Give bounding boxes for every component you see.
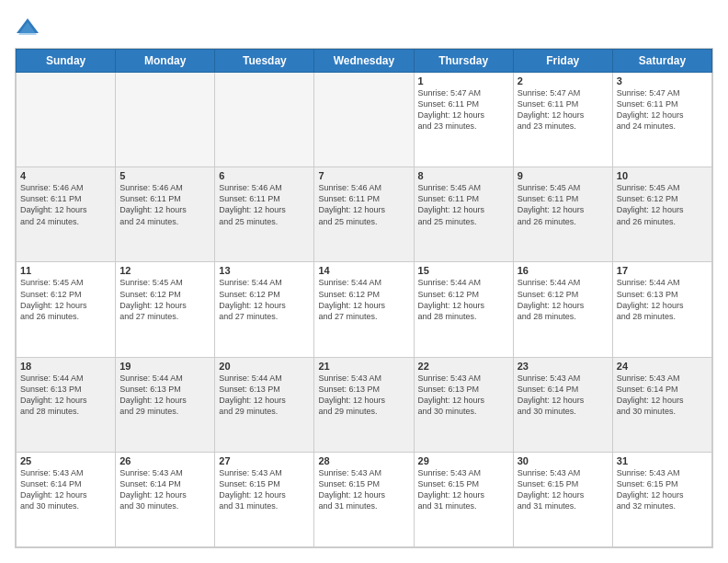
day-number: 6 xyxy=(219,170,310,181)
day-number: 29 xyxy=(418,455,509,466)
day-number: 15 xyxy=(418,265,509,276)
day-info: Sunrise: 5:43 AM Sunset: 6:13 PM Dayligh… xyxy=(418,373,509,418)
day-cell: 14Sunrise: 5:44 AM Sunset: 6:12 PM Dayli… xyxy=(314,262,414,357)
day-cell: 2Sunrise: 5:47 AM Sunset: 6:11 PM Daylig… xyxy=(513,73,612,167)
calendar-week-3: 11Sunrise: 5:45 AM Sunset: 6:12 PM Dayli… xyxy=(17,262,712,357)
calendar-week-2: 4Sunrise: 5:46 AM Sunset: 6:11 PM Daylig… xyxy=(17,167,712,262)
day-number: 22 xyxy=(418,361,509,372)
day-cell: 27Sunrise: 5:43 AM Sunset: 6:15 PM Dayli… xyxy=(215,452,314,546)
day-info: Sunrise: 5:43 AM Sunset: 6:14 PM Dayligh… xyxy=(518,373,609,418)
day-info: Sunrise: 5:45 AM Sunset: 6:12 PM Dayligh… xyxy=(119,277,210,322)
day-number: 2 xyxy=(518,75,609,86)
day-number: 21 xyxy=(318,361,409,372)
day-header-sunday: Sunday xyxy=(17,50,116,73)
day-info: Sunrise: 5:43 AM Sunset: 6:15 PM Dayligh… xyxy=(617,467,708,512)
day-info: Sunrise: 5:46 AM Sunset: 6:11 PM Dayligh… xyxy=(318,182,409,227)
day-cell: 10Sunrise: 5:45 AM Sunset: 6:12 PM Dayli… xyxy=(612,167,711,262)
day-info: Sunrise: 5:43 AM Sunset: 6:14 PM Dayligh… xyxy=(119,467,210,512)
day-cell: 1Sunrise: 5:47 AM Sunset: 6:11 PM Daylig… xyxy=(414,73,513,167)
day-cell: 20Sunrise: 5:44 AM Sunset: 6:13 PM Dayli… xyxy=(215,357,314,452)
day-info: Sunrise: 5:45 AM Sunset: 6:11 PM Dayligh… xyxy=(518,182,609,227)
day-info: Sunrise: 5:44 AM Sunset: 6:13 PM Dayligh… xyxy=(617,277,708,322)
day-info: Sunrise: 5:44 AM Sunset: 6:12 PM Dayligh… xyxy=(418,277,509,322)
day-cell xyxy=(215,73,314,167)
day-header-saturday: Saturday xyxy=(612,50,711,73)
day-info: Sunrise: 5:46 AM Sunset: 6:11 PM Dayligh… xyxy=(20,182,111,227)
day-number: 27 xyxy=(219,455,310,466)
day-number: 25 xyxy=(20,455,111,466)
day-number: 8 xyxy=(418,170,509,181)
day-info: Sunrise: 5:47 AM Sunset: 6:11 PM Dayligh… xyxy=(418,87,509,132)
day-cell: 15Sunrise: 5:44 AM Sunset: 6:12 PM Dayli… xyxy=(414,262,513,357)
day-header-tuesday: Tuesday xyxy=(215,50,314,73)
day-cell: 6Sunrise: 5:46 AM Sunset: 6:11 PM Daylig… xyxy=(215,167,314,262)
day-number: 26 xyxy=(119,455,210,466)
day-info: Sunrise: 5:43 AM Sunset: 6:15 PM Dayligh… xyxy=(219,467,310,512)
calendar-week-5: 25Sunrise: 5:43 AM Sunset: 6:14 PM Dayli… xyxy=(17,452,712,546)
day-cell: 19Sunrise: 5:44 AM Sunset: 6:13 PM Dayli… xyxy=(116,357,215,452)
day-cell: 5Sunrise: 5:46 AM Sunset: 6:11 PM Daylig… xyxy=(116,167,215,262)
day-cell: 3Sunrise: 5:47 AM Sunset: 6:11 PM Daylig… xyxy=(612,73,711,167)
day-info: Sunrise: 5:43 AM Sunset: 6:15 PM Dayligh… xyxy=(518,467,609,512)
day-cell: 28Sunrise: 5:43 AM Sunset: 6:15 PM Dayli… xyxy=(314,452,414,546)
day-number: 13 xyxy=(219,265,310,276)
day-header-wednesday: Wednesday xyxy=(314,50,414,73)
day-number: 23 xyxy=(518,361,609,372)
day-info: Sunrise: 5:45 AM Sunset: 6:11 PM Dayligh… xyxy=(418,182,509,227)
calendar: SundayMondayTuesdayWednesdayThursdayFrid… xyxy=(15,48,713,548)
page: SundayMondayTuesdayWednesdayThursdayFrid… xyxy=(0,0,728,563)
day-number: 16 xyxy=(518,265,609,276)
day-cell: 18Sunrise: 5:44 AM Sunset: 6:13 PM Dayli… xyxy=(17,357,116,452)
day-info: Sunrise: 5:43 AM Sunset: 6:13 PM Dayligh… xyxy=(318,373,409,418)
day-info: Sunrise: 5:47 AM Sunset: 6:11 PM Dayligh… xyxy=(518,87,609,132)
day-number: 3 xyxy=(617,75,708,86)
day-number: 14 xyxy=(318,265,409,276)
day-number: 1 xyxy=(418,75,509,86)
day-cell: 8Sunrise: 5:45 AM Sunset: 6:11 PM Daylig… xyxy=(414,167,513,262)
day-info: Sunrise: 5:44 AM Sunset: 6:13 PM Dayligh… xyxy=(20,373,111,418)
day-cell: 30Sunrise: 5:43 AM Sunset: 6:15 PM Dayli… xyxy=(513,452,612,546)
day-info: Sunrise: 5:47 AM Sunset: 6:11 PM Dayligh… xyxy=(617,87,708,132)
day-number: 18 xyxy=(20,361,111,372)
day-cell: 7Sunrise: 5:46 AM Sunset: 6:11 PM Daylig… xyxy=(314,167,414,262)
day-info: Sunrise: 5:43 AM Sunset: 6:14 PM Dayligh… xyxy=(617,373,708,418)
day-cell: 24Sunrise: 5:43 AM Sunset: 6:14 PM Dayli… xyxy=(612,357,711,452)
day-cell: 25Sunrise: 5:43 AM Sunset: 6:14 PM Dayli… xyxy=(17,452,116,546)
calendar-week-1: 1Sunrise: 5:47 AM Sunset: 6:11 PM Daylig… xyxy=(17,73,712,167)
day-cell: 4Sunrise: 5:46 AM Sunset: 6:11 PM Daylig… xyxy=(17,167,116,262)
day-number: 12 xyxy=(119,265,210,276)
day-info: Sunrise: 5:44 AM Sunset: 6:12 PM Dayligh… xyxy=(518,277,609,322)
day-cell: 13Sunrise: 5:44 AM Sunset: 6:12 PM Dayli… xyxy=(215,262,314,357)
day-info: Sunrise: 5:45 AM Sunset: 6:12 PM Dayligh… xyxy=(617,182,708,227)
calendar-body: 1Sunrise: 5:47 AM Sunset: 6:11 PM Daylig… xyxy=(17,73,712,547)
day-cell: 16Sunrise: 5:44 AM Sunset: 6:12 PM Dayli… xyxy=(513,262,612,357)
day-info: Sunrise: 5:44 AM Sunset: 6:13 PM Dayligh… xyxy=(119,373,210,418)
day-cell: 23Sunrise: 5:43 AM Sunset: 6:14 PM Dayli… xyxy=(513,357,612,452)
header-row: SundayMondayTuesdayWednesdayThursdayFrid… xyxy=(17,50,712,73)
day-cell: 29Sunrise: 5:43 AM Sunset: 6:15 PM Dayli… xyxy=(414,452,513,546)
day-header-monday: Monday xyxy=(116,50,215,73)
day-cell xyxy=(17,73,116,167)
day-number: 10 xyxy=(617,170,708,181)
calendar-header: SundayMondayTuesdayWednesdayThursdayFrid… xyxy=(17,50,712,73)
day-cell: 11Sunrise: 5:45 AM Sunset: 6:12 PM Dayli… xyxy=(17,262,116,357)
day-info: Sunrise: 5:43 AM Sunset: 6:14 PM Dayligh… xyxy=(20,467,111,512)
day-info: Sunrise: 5:46 AM Sunset: 6:11 PM Dayligh… xyxy=(219,182,310,227)
day-header-thursday: Thursday xyxy=(414,50,513,73)
day-info: Sunrise: 5:44 AM Sunset: 6:12 PM Dayligh… xyxy=(219,277,310,322)
header xyxy=(15,15,713,40)
day-number: 17 xyxy=(617,265,708,276)
day-cell: 26Sunrise: 5:43 AM Sunset: 6:14 PM Dayli… xyxy=(116,452,215,546)
day-info: Sunrise: 5:43 AM Sunset: 6:15 PM Dayligh… xyxy=(318,467,409,512)
day-header-friday: Friday xyxy=(513,50,612,73)
day-number: 19 xyxy=(119,361,210,372)
day-info: Sunrise: 5:43 AM Sunset: 6:15 PM Dayligh… xyxy=(418,467,509,512)
day-number: 9 xyxy=(518,170,609,181)
day-info: Sunrise: 5:44 AM Sunset: 6:12 PM Dayligh… xyxy=(318,277,409,322)
day-number: 7 xyxy=(318,170,409,181)
day-number: 5 xyxy=(119,170,210,181)
day-number: 30 xyxy=(518,455,609,466)
day-cell: 9Sunrise: 5:45 AM Sunset: 6:11 PM Daylig… xyxy=(513,167,612,262)
calendar-week-4: 18Sunrise: 5:44 AM Sunset: 6:13 PM Dayli… xyxy=(17,357,712,452)
day-number: 4 xyxy=(20,170,111,181)
